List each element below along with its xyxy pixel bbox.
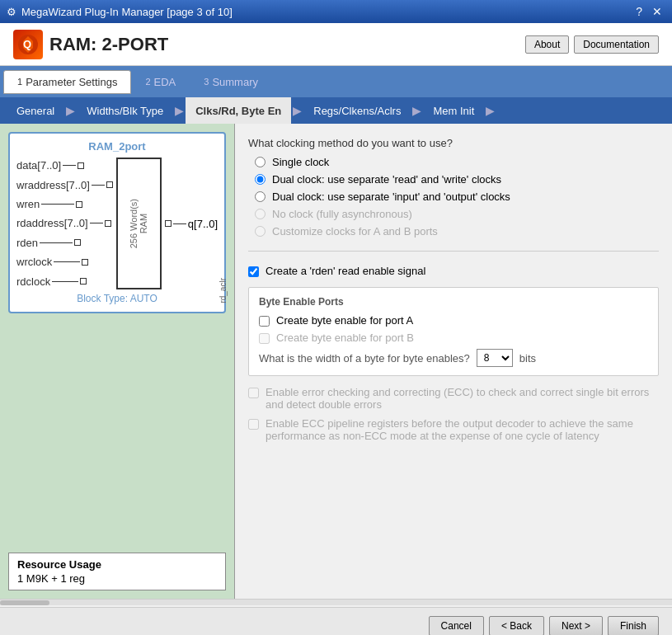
port-q-out: q[7..0] xyxy=(165,218,218,230)
radio-dual-io[interactable]: Dual clock: use separate 'input' and 'ou… xyxy=(255,190,659,203)
radio-dual-io-input[interactable] xyxy=(255,191,266,202)
left-panel: RAM_2port data[7..0] wraddress[7..0] xyxy=(0,124,235,599)
rden-checkbox[interactable] xyxy=(248,266,259,277)
block-type-label: Block Type: AUTO xyxy=(16,293,218,304)
documentation-button[interactable]: Documentation xyxy=(574,35,659,54)
port-data: data[7..0] xyxy=(16,159,113,172)
subnav-general[interactable]: General xyxy=(7,97,64,124)
byte-width-row: What is the width of a byte for byte ena… xyxy=(259,349,648,367)
side-label-rd-aclr: rd_aclr xyxy=(219,278,228,303)
app-logo-icon: Q xyxy=(13,30,43,59)
nav-arrow-2: ▶ xyxy=(175,104,184,117)
sub-nav: General ▶ Widths/Blk Type ▶ Clks/Rd, Byt… xyxy=(0,97,672,124)
port-rdaddress: rdaddress[7..0] xyxy=(16,217,113,229)
clocking-section: What clocking method do you want to use?… xyxy=(248,137,659,238)
header-buttons: About Documentation xyxy=(525,35,659,54)
port-rdclock: rdclock xyxy=(16,275,113,288)
main-content: RAM_2port data[7..0] wraddress[7..0] xyxy=(0,124,672,599)
diagram-body: data[7..0] wraddress[7..0] wren xyxy=(16,158,218,289)
title-bar-text: MegaWizard Plug-In Manager [page 3 of 10… xyxy=(21,6,233,18)
byte-enable-port-a-checkbox[interactable] xyxy=(259,316,270,327)
nav-arrow-4: ▶ xyxy=(412,104,421,117)
subnav-mem-init[interactable]: Mem Init xyxy=(423,97,484,124)
byte-width-label: What is the width of a byte for byte ena… xyxy=(259,352,470,365)
nav-arrow-3: ▶ xyxy=(293,104,302,117)
title-bar: ⚙ MegaWizard Plug-In Manager [page 3 of … xyxy=(0,0,672,23)
nav-arrow-5: ▶ xyxy=(486,104,495,117)
ecc-text-1: Enable error checking and correcting (EC… xyxy=(266,386,659,411)
byte-width-select[interactable]: 8 16 32 xyxy=(477,349,513,367)
tab-summary[interactable]: 3 Summary xyxy=(190,70,272,94)
tab-eda[interactable]: 2 EDA xyxy=(131,70,190,94)
subnav-clks[interactable]: Clks/Rd, Byte En xyxy=(186,97,291,124)
rden-label: Create a 'rden' read enable signal xyxy=(266,265,425,277)
help-button[interactable]: ? xyxy=(632,5,646,18)
ecc-checkbox-2 xyxy=(248,419,259,430)
radio-customize: Customize clocks for A and B ports xyxy=(255,225,659,238)
app-icon: ⚙ xyxy=(7,6,16,18)
next-button[interactable]: Next > xyxy=(549,616,603,636)
close-button[interactable]: ✕ xyxy=(649,5,665,18)
about-button[interactable]: About xyxy=(525,35,569,54)
diagram-left-ports: data[7..0] wraddress[7..0] wren xyxy=(16,158,113,289)
tab-parameter-settings[interactable]: 1 Parameter Settings xyxy=(3,70,131,94)
ecc-text-2: Enable ECC pipeline registers before the… xyxy=(266,417,659,442)
clocking-title: What clocking method do you want to use? xyxy=(248,137,659,149)
ram-block-label: 256 Word(s)RAM xyxy=(129,199,148,248)
port-wren: wren xyxy=(16,198,113,210)
radio-customize-input xyxy=(255,226,266,237)
tab-bar: 1 Parameter Settings 2 EDA 3 Summary xyxy=(0,66,672,97)
ram-block: 256 Word(s)RAM xyxy=(116,158,162,289)
subnav-widths[interactable]: Widths/Blk Type xyxy=(77,97,173,124)
radio-no-clock: No clock (fully asynchronous) xyxy=(255,208,659,220)
nav-arrow-1: ▶ xyxy=(66,104,75,117)
app-title: RAM: 2-PORT xyxy=(49,34,168,55)
footer: Cancel < Back Next > Finish xyxy=(0,607,672,635)
radio-single-clock-input[interactable] xyxy=(255,157,266,167)
clocking-radio-group: Single clock Dual clock: use separate 'r… xyxy=(255,156,659,238)
byte-enable-port-a-label[interactable]: Create byte enable for port A xyxy=(259,314,648,327)
rden-checkbox-label[interactable]: Create a 'rden' read enable signal xyxy=(248,265,659,277)
radio-dual-rw[interactable]: Dual clock: use separate 'read' and 'wri… xyxy=(255,173,659,186)
header: Q RAM: 2-PORT About Documentation xyxy=(0,23,672,66)
radio-no-clock-input xyxy=(255,209,266,219)
right-panel: What clocking method do you want to use?… xyxy=(235,124,672,599)
divider-1 xyxy=(248,251,659,252)
resource-usage-box: Resource Usage 1 M9K + 1 reg xyxy=(8,553,226,590)
resource-usage-value: 1 M9K + 1 reg xyxy=(17,572,217,585)
ecc-checkbox-1 xyxy=(248,388,259,398)
svg-text:Q: Q xyxy=(23,38,31,50)
resource-usage-title: Resource Usage xyxy=(17,558,217,571)
ecc-section: Enable error checking and correcting (EC… xyxy=(248,386,659,442)
port-rden: rden xyxy=(16,237,113,249)
byte-enable-group: Byte Enable Ports Create byte enable for… xyxy=(248,287,659,376)
scroll-area[interactable] xyxy=(0,599,672,605)
finish-button[interactable]: Finish xyxy=(608,616,659,636)
back-button[interactable]: < Back xyxy=(489,616,544,636)
subnav-regs[interactable]: Regs/Clkens/Aclrs xyxy=(303,97,411,124)
port-wrclock: wrclock xyxy=(16,256,113,268)
byte-width-unit: bits xyxy=(519,352,536,365)
byte-enable-port-a-text: Create byte enable for port A xyxy=(276,314,413,327)
scroll-thumb[interactable] xyxy=(0,600,49,605)
radio-single-clock[interactable]: Single clock xyxy=(255,156,659,168)
byte-enable-port-b-text: Create byte enable for port B xyxy=(276,332,414,344)
radio-dual-rw-input[interactable] xyxy=(255,174,266,185)
logo-area: Q RAM: 2-PORT xyxy=(13,30,168,59)
diagram-box: RAM_2port data[7..0] wraddress[7..0] xyxy=(8,132,226,313)
ecc-label-2: Enable ECC pipeline registers before the… xyxy=(248,417,659,442)
diagram-title: RAM_2port xyxy=(16,140,218,153)
spacer xyxy=(8,320,226,546)
byte-enable-port-b-label: Create byte enable for port B xyxy=(259,332,648,344)
byte-enable-title: Byte Enable Ports xyxy=(259,296,648,308)
byte-enable-port-b-checkbox xyxy=(259,333,270,344)
ecc-label-1: Enable error checking and correcting (EC… xyxy=(248,386,659,411)
cancel-button[interactable]: Cancel xyxy=(429,616,484,636)
port-wraddress: wraddress[7..0] xyxy=(16,179,113,191)
diagram-right-ports: q[7..0] xyxy=(165,158,218,289)
